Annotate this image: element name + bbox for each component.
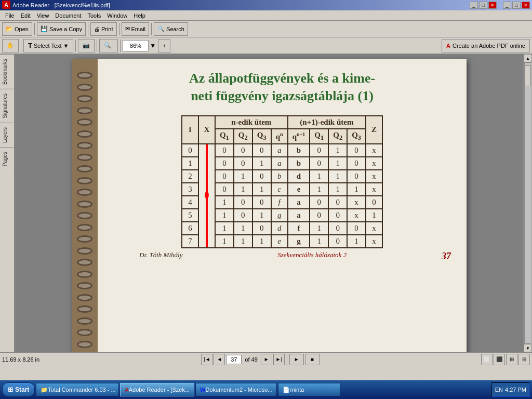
last-page-button[interactable]: ►| bbox=[273, 354, 285, 365]
menu-window[interactable]: Window bbox=[104, 11, 130, 20]
view-btn-1[interactable]: ⬜ bbox=[481, 354, 493, 365]
camera-icon: 📷 bbox=[83, 42, 90, 49]
taskbar-item-adobereader[interactable]: A Adobe Reader - [Szek... bbox=[120, 383, 194, 396]
title-bar: A Adobe Reader - [Szekvenci%e1lis.pdf] _… bbox=[0, 0, 532, 10]
stop-icon: ■ bbox=[311, 356, 314, 362]
save-icon: 💾 bbox=[41, 25, 48, 32]
table-header-i: i bbox=[182, 116, 198, 144]
restore-button[interactable]: □ bbox=[479, 2, 487, 9]
col-qn1: qn+1 bbox=[288, 129, 310, 144]
view-btn-4[interactable]: ⊟ bbox=[518, 354, 530, 365]
main-area: Bookmarks Signatures Layers Pages bbox=[0, 54, 532, 352]
toolbar2: ✋ T Select Text ▼ 📷 🔍- ▼ + A Create an A… bbox=[0, 37, 532, 54]
spiral-ring bbox=[77, 317, 92, 325]
current-page-input[interactable] bbox=[226, 355, 242, 364]
dropdown-arrow-icon: ▼ bbox=[63, 43, 69, 49]
view-btn-2[interactable]: ⬛ bbox=[494, 354, 505, 365]
zoom-dropdown-icon[interactable]: ▼ bbox=[150, 42, 156, 49]
stop-button[interactable]: ■ bbox=[305, 354, 320, 365]
menu-document[interactable]: Document bbox=[52, 11, 84, 20]
taskbar-item-word[interactable]: W Dokumentum2 - Microso... bbox=[195, 383, 277, 396]
inner-minimize-button[interactable]: _ bbox=[503, 2, 511, 9]
spiral-ring bbox=[77, 84, 92, 91]
taskbar-item-icon: 📄 bbox=[283, 387, 290, 393]
spiral-ring bbox=[77, 189, 92, 196]
spiral-ring bbox=[77, 271, 92, 278]
inner-close-button[interactable]: ✕ bbox=[522, 2, 530, 9]
spiral-ring bbox=[77, 329, 92, 336]
zoom-in-icon: + bbox=[163, 43, 166, 49]
taskbar-item-minta[interactable]: 📄 minta bbox=[278, 383, 340, 396]
spiral-ring bbox=[77, 259, 92, 266]
zoom-input[interactable] bbox=[123, 40, 149, 51]
spiral-binding bbox=[72, 59, 98, 352]
language-indicator: EN bbox=[495, 387, 503, 393]
inner-restore-button[interactable]: □ bbox=[512, 2, 521, 9]
search-button[interactable]: 🔍 Search bbox=[154, 22, 188, 36]
prev-page-icon: ◄ bbox=[217, 356, 222, 362]
prev-page-button[interactable]: ◄ bbox=[214, 354, 225, 365]
close-button[interactable]: ✕ bbox=[488, 2, 497, 9]
menu-tools[interactable]: Tools bbox=[85, 11, 104, 20]
search-icon: 🔍 bbox=[157, 25, 165, 32]
zoom-in-button[interactable]: + bbox=[158, 39, 170, 52]
pdf-page: Az állapotfüggvények és a kime- neti füg… bbox=[72, 59, 467, 352]
select-text-button[interactable]: T Select Text ▼ bbox=[23, 39, 73, 52]
pages-tab[interactable]: Pages bbox=[0, 147, 14, 170]
email-button[interactable]: ✉ Email bbox=[122, 22, 150, 36]
title-bar-buttons: _ □ ✕ _ □ ✕ bbox=[470, 2, 530, 9]
spiral-ring bbox=[77, 201, 92, 208]
hand-tool-button[interactable]: ✋ bbox=[2, 39, 19, 52]
spiral-ring bbox=[77, 294, 92, 301]
bookmarks-tab[interactable]: Bookmarks bbox=[0, 54, 14, 89]
first-page-button[interactable]: |◄ bbox=[201, 354, 212, 365]
adobe-pdf-icon: A bbox=[446, 43, 450, 49]
spiral-ring bbox=[77, 247, 92, 255]
page-count-label: of 49 bbox=[243, 356, 259, 363]
spiral-ring bbox=[77, 95, 92, 102]
col-nq1: Q1 bbox=[310, 129, 328, 144]
open-button[interactable]: 📂 Open bbox=[2, 22, 32, 36]
menu-help[interactable]: Help bbox=[130, 11, 149, 20]
separator bbox=[119, 23, 119, 35]
col-nq2: Q2 bbox=[328, 129, 347, 144]
zoom-area: ▼ bbox=[123, 40, 156, 51]
svg-text:A: A bbox=[4, 2, 8, 8]
zoom-out-button[interactable]: 🔍- bbox=[99, 39, 118, 52]
signatures-tab[interactable]: Signatures bbox=[0, 89, 14, 123]
email-icon: ✉ bbox=[125, 25, 130, 32]
minimize-button[interactable]: _ bbox=[470, 2, 478, 9]
col-qn: qn bbox=[271, 129, 288, 144]
app-icon: A bbox=[2, 1, 10, 10]
taskbar-item-totalcommander[interactable]: 📁 Total Commander 6.03 - ... bbox=[36, 383, 119, 396]
play-button[interactable]: ► bbox=[289, 354, 304, 365]
menu-edit[interactable]: Edit bbox=[18, 11, 34, 20]
menu-file[interactable]: File bbox=[2, 11, 18, 20]
view-btn-3[interactable]: ⊞ bbox=[506, 354, 517, 365]
print-button[interactable]: 🖨 Print bbox=[90, 22, 117, 36]
scroll-thumb[interactable] bbox=[525, 65, 531, 86]
spiral-ring bbox=[77, 130, 92, 138]
scroll-track[interactable] bbox=[524, 62, 531, 344]
start-button[interactable]: ⊞ Start bbox=[2, 382, 35, 397]
table-header-n1edik: (n+1)-edik ütem bbox=[288, 116, 366, 129]
scroll-down-button[interactable]: ▼ bbox=[524, 344, 532, 352]
save-copy-button[interactable]: 💾 Save a Copy bbox=[37, 22, 86, 36]
subject-text: Szekvenciális hálózatok 2 bbox=[277, 251, 347, 262]
separator bbox=[21, 39, 21, 52]
layers-tab[interactable]: Layers bbox=[0, 123, 14, 147]
next-page-button[interactable]: ► bbox=[261, 354, 272, 365]
col-q3: Q3 bbox=[252, 129, 271, 144]
taskbar-item-icon: 📁 bbox=[41, 387, 48, 393]
separator bbox=[75, 39, 76, 52]
menu-view[interactable]: View bbox=[34, 11, 52, 20]
page-title: Az állapotfüggvények és a kime- neti füg… bbox=[108, 70, 456, 105]
separator bbox=[120, 39, 121, 52]
adobe-pdf-online-button[interactable]: A Create an Adobe PDF online bbox=[442, 39, 530, 52]
page-content: Az állapotfüggvények és a kime- neti füg… bbox=[98, 59, 467, 270]
pdf-area: Az állapotfüggvények és a kime- neti füg… bbox=[15, 54, 524, 352]
scroll-up-button[interactable]: ▲ bbox=[524, 54, 532, 62]
separator bbox=[151, 23, 152, 35]
snapshot-button[interactable]: 📷 bbox=[78, 39, 95, 52]
spiral-ring bbox=[77, 154, 92, 161]
